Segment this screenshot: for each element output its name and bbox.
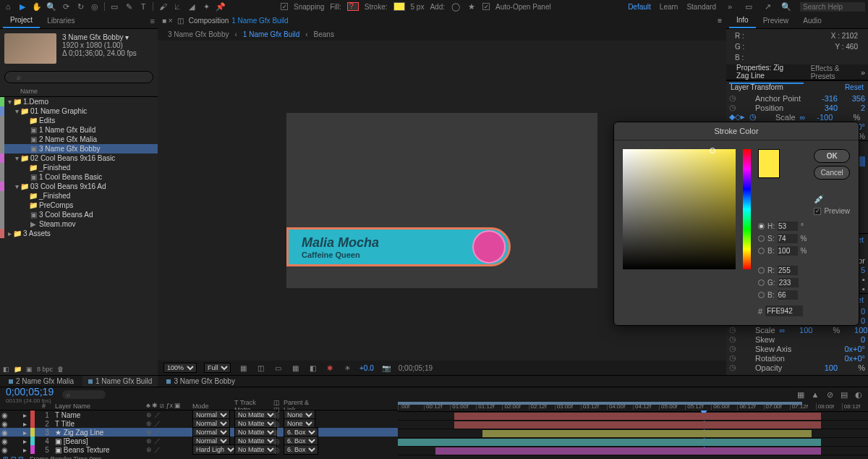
fill-swatch[interactable]: ? bbox=[347, 2, 359, 11]
h-input[interactable] bbox=[778, 222, 798, 231]
timeline-track[interactable] bbox=[398, 421, 868, 429]
exposure-icon[interactable]: ☀ bbox=[342, 363, 352, 373]
hue-slider[interactable] bbox=[743, 149, 751, 269]
timeline-track[interactable] bbox=[398, 412, 868, 421]
eye-icon[interactable]: ◉ bbox=[0, 446, 9, 454]
tree-item[interactable]: ▣1 Name Gfx Build bbox=[0, 125, 158, 135]
bb-input[interactable] bbox=[778, 290, 798, 300]
tab-libraries[interactable]: Libraries bbox=[40, 14, 82, 28]
tab-project[interactable]: Project bbox=[3, 13, 40, 28]
share-icon[interactable]: ↗ bbox=[762, 1, 773, 12]
grid-icon[interactable]: ▦ bbox=[238, 363, 248, 373]
stopwatch-icon[interactable]: ◷ bbox=[749, 112, 757, 122]
link-icon[interactable]: ∞ bbox=[800, 113, 806, 122]
g-radio[interactable] bbox=[758, 279, 765, 286]
layer-bar[interactable] bbox=[454, 413, 821, 420]
timeline-tab[interactable]: 3 Name Gfx Bobby bbox=[161, 376, 240, 387]
tab-effects[interactable]: Effects & Presets bbox=[804, 62, 861, 83]
join-bevel-icon[interactable]: ▪ bbox=[862, 285, 865, 293]
timeline-layer-row[interactable]: ◉▸5▣ Beans Texture⊕ ／Hard LighNo Matte◎6… bbox=[0, 445, 398, 454]
cancel-button[interactable]: Cancel bbox=[814, 166, 850, 180]
tab-preview[interactable]: Preview bbox=[756, 14, 796, 28]
stopwatch-icon[interactable]: ◷ bbox=[729, 325, 736, 334]
puppet-tool-icon[interactable]: 📌 bbox=[216, 1, 226, 12]
tree-item[interactable]: ▾📁1.Demo bbox=[0, 97, 158, 106]
tl-mblur-icon[interactable]: ◐ bbox=[854, 389, 864, 400]
timeline-track[interactable] bbox=[398, 429, 868, 438]
tree-item[interactable]: 📁_Finished bbox=[0, 163, 158, 172]
panel-menu-icon[interactable]: ≡ bbox=[150, 17, 155, 25]
search-help-input[interactable] bbox=[800, 2, 865, 12]
link-icon[interactable]: ∞ bbox=[780, 326, 786, 334]
tree-item[interactable]: ▸📁3 Assets bbox=[0, 229, 158, 238]
stamp-tool-icon[interactable]: ⟀ bbox=[172, 1, 182, 12]
timeline-track[interactable] bbox=[398, 438, 868, 447]
workspace-standard[interactable]: Standard bbox=[686, 3, 716, 11]
cap-square-icon[interactable]: ▪ bbox=[862, 275, 865, 284]
s-radio[interactable] bbox=[758, 235, 765, 242]
h-radio[interactable] bbox=[758, 223, 765, 230]
workspace-default[interactable]: Default bbox=[628, 3, 651, 11]
eye-icon[interactable]: ◉ bbox=[0, 429, 9, 437]
snapshot-icon[interactable]: 📷 bbox=[381, 363, 391, 373]
add-menu-icon[interactable]: ◯ bbox=[451, 1, 461, 12]
tree-item[interactable]: ▾📁02 Cool Beans 9x16 Basic bbox=[0, 153, 158, 163]
rect-tool-icon[interactable]: ▭ bbox=[109, 1, 119, 12]
zoom-select[interactable]: 100% bbox=[163, 363, 197, 373]
zoom-tool-icon[interactable]: 🔍 bbox=[46, 1, 56, 12]
exposure-val[interactable]: +0.0 bbox=[359, 364, 374, 372]
b-radio[interactable] bbox=[758, 248, 765, 254]
hex-input[interactable] bbox=[765, 306, 803, 316]
layer-bar[interactable] bbox=[398, 439, 821, 446]
layer-bar[interactable] bbox=[435, 447, 821, 455]
comp-menu-icon[interactable]: ≡ bbox=[718, 17, 722, 25]
stopwatch-icon[interactable]: ◷ bbox=[729, 93, 736, 103]
toggle-switches-icon[interactable]: ⊞ ⊡ ⊟ bbox=[3, 455, 24, 459]
layer-bar[interactable] bbox=[482, 430, 812, 437]
preview-checkbox[interactable] bbox=[814, 208, 821, 215]
interpret-icon[interactable]: ◧ bbox=[3, 366, 9, 373]
crumb-1[interactable]: 3 Name Gfx Bobby bbox=[168, 30, 229, 38]
reset-workspace-icon[interactable]: ▭ bbox=[744, 1, 754, 12]
trash-icon[interactable]: 🗑 bbox=[57, 366, 64, 373]
camera-tool-icon[interactable]: ◎ bbox=[90, 1, 100, 12]
g-input[interactable] bbox=[778, 278, 799, 287]
tree-item[interactable]: ▶Steam.mov bbox=[0, 219, 158, 229]
stopwatch-icon[interactable]: ◷ bbox=[729, 344, 736, 353]
stroke-swatch[interactable] bbox=[393, 2, 405, 11]
folder-icon[interactable]: 📁 bbox=[14, 366, 22, 373]
tree-item[interactable]: 📁PreComps bbox=[0, 201, 158, 210]
stroke-width[interactable]: 5 px bbox=[411, 3, 425, 11]
orbit-tool-icon[interactable]: ⟳ bbox=[61, 1, 71, 12]
work-area[interactable] bbox=[398, 402, 802, 405]
snapping-checkbox[interactable] bbox=[281, 3, 288, 10]
eyedropper-icon[interactable]: 💉 bbox=[814, 194, 850, 204]
tl-comp-icon[interactable]: ▦ bbox=[796, 389, 806, 400]
tl-graph-icon[interactable]: ▤ bbox=[839, 389, 849, 400]
timeline-timecode[interactable]: 0;00;05;19 bbox=[0, 386, 59, 397]
draft-icon[interactable]: ✱ bbox=[325, 363, 335, 373]
stopwatch-icon[interactable]: ◷ bbox=[729, 103, 736, 112]
tree-item[interactable]: 📁_Finished bbox=[0, 191, 158, 201]
tl-shy-icon[interactable]: ▲ bbox=[810, 389, 820, 400]
project-search-input[interactable] bbox=[4, 71, 153, 83]
tl-fx-icon[interactable]: ⊘ bbox=[825, 389, 835, 400]
roto-tool-icon[interactable]: ✦ bbox=[201, 1, 211, 12]
timeline-tab[interactable]: 1 Name Gfx Build bbox=[82, 376, 158, 387]
bb-radio[interactable] bbox=[758, 292, 765, 298]
eraser-tool-icon[interactable]: ◢ bbox=[187, 1, 197, 12]
tree-item[interactable]: ▾📁03 Cool Beans 9x16 Ad bbox=[0, 182, 158, 191]
mask-icon[interactable]: ◫ bbox=[255, 363, 265, 373]
layer-bar[interactable] bbox=[454, 421, 821, 429]
eye-icon[interactable]: ◉ bbox=[0, 411, 9, 419]
selection-tool-icon[interactable]: ▶ bbox=[17, 1, 27, 12]
tab-info[interactable]: Info bbox=[729, 13, 756, 28]
timeline-track[interactable] bbox=[398, 447, 868, 455]
region-icon[interactable]: ▭ bbox=[273, 363, 283, 373]
b-input[interactable] bbox=[778, 246, 798, 256]
hand-tool-icon[interactable]: ✋ bbox=[32, 1, 42, 12]
reset-link[interactable]: Reset bbox=[845, 83, 864, 91]
eye-icon[interactable]: ◉ bbox=[0, 420, 9, 428]
rotate-tool-icon[interactable]: ↻ bbox=[75, 1, 85, 12]
star-icon[interactable]: ★ bbox=[467, 1, 477, 12]
